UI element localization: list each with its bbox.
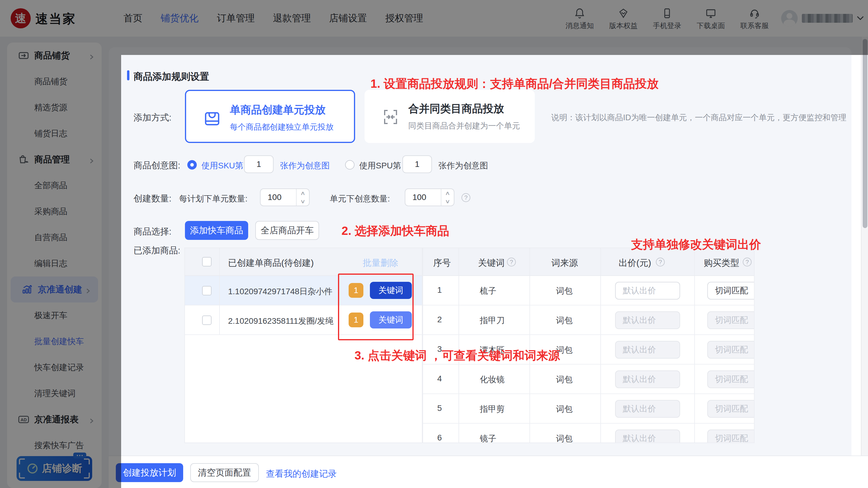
row-source: 词包 [556, 374, 572, 385]
unit-creative-value[interactable]: 100 [405, 189, 441, 206]
product-name: 1.10209742971748日杂小件 [228, 286, 332, 297]
scrollbar-thumb[interactable] [863, 39, 867, 228]
annotation-2: 2. 选择添加快车商品 [342, 223, 449, 239]
add-kc-button[interactable]: 添加快车商品 [185, 221, 248, 240]
annotation-highlight-rect [338, 274, 414, 340]
page-scrollbar[interactable] [861, 37, 868, 488]
row-keyword: 镜子 [480, 433, 496, 443]
card-merge-category[interactable]: 合并同类目商品投放 同类目商品合并创建为一个单元 [365, 90, 535, 143]
keyword-row-5: 6镜子词包默认出价切词匹配 [423, 424, 754, 443]
keyword-help-icon[interactable]: ? [507, 257, 516, 267]
unit-creative-label: 单元下创意数量: [330, 193, 390, 205]
bid-input[interactable]: 默认出价 [615, 341, 680, 359]
buy-type-select[interactable]: 切词匹配 [707, 400, 754, 418]
plan-unit-value[interactable]: 100 [260, 189, 296, 206]
row-num: 6 [437, 433, 442, 443]
buy-type-select[interactable]: 切词匹配 [707, 341, 754, 359]
spu-index-input[interactable]: 1 [402, 155, 432, 173]
guide-overlay-left [0, 55, 121, 488]
bid-help-icon[interactable]: ? [656, 257, 665, 267]
guide-overlay-top [0, 0, 868, 55]
keyword-row-4: 5指甲剪词包默认出价切词匹配 [423, 394, 754, 424]
row-keyword: 化妆镜 [480, 374, 505, 385]
stepper-arrows[interactable]: ∧∨ [296, 189, 309, 206]
card-single-product[interactable]: 单商品创建单元投放 每个商品都创建独立单元投放 [185, 90, 355, 143]
buy-type-select[interactable]: 切词匹配 [707, 370, 754, 388]
annotation-1: 1. 设置商品投放规则：支持单商品/合并同类目商品投放 [370, 75, 659, 92]
keyword-row-3: 4化妆镜词包默认出价切词匹配 [423, 365, 754, 394]
card-single-subtitle: 每个商品都创建独立单元投放 [230, 122, 334, 132]
row-source: 词包 [556, 433, 572, 443]
row-source: 词包 [556, 403, 572, 415]
bid-input[interactable]: 默认出价 [615, 282, 680, 300]
added-label: 已添加商品: [133, 245, 180, 257]
panel-title: 商品添加规则设置 [133, 70, 209, 83]
sku-index-input[interactable]: 1 [244, 155, 274, 173]
card-single-title: 单商品创建单元投放 [230, 103, 326, 117]
col-source: 词来源 [551, 257, 578, 269]
row-keyword: 指甲剪 [480, 403, 505, 415]
unit-creative-stepper[interactable]: 100 ∧∨ [405, 188, 454, 206]
view-records-link[interactable]: 查看我的创建记录 [266, 468, 337, 480]
sku-radio[interactable] [187, 160, 197, 170]
row-keyword: 指甲刀 [480, 315, 505, 326]
app-root: 速 速当家 首页铺货优化订单管理退款管理店铺设置授权管理 消息通知版本权益手机登… [0, 0, 868, 488]
creative-label: 商品创意图: [133, 159, 180, 172]
col-keyword: 关键词 [478, 257, 505, 269]
clear-config-button[interactable]: 清空页面配置 [190, 463, 259, 482]
annotation-3: 3. 点击关键词 ，可查看关键词和词来源 [354, 347, 560, 364]
sku-prefix: 使用SKU第 [202, 160, 243, 171]
added-products-header: 已创建单商品(待创建) 批量删除 [185, 248, 422, 276]
plan-unit-label: 每计划下单元数量: [179, 193, 248, 205]
keyword-row-1: 2指甲刀词包默认出价切词匹配 [423, 305, 754, 335]
plan-unit-stepper[interactable]: 100 ∧∨ [260, 188, 310, 206]
row-keyword: 梳子 [480, 285, 496, 297]
sku-suffix: 张作为创意图 [280, 160, 330, 171]
keywords-table: 序号 关键词 ? 词来源 出价(元) ? 购买类型 ? 1梳子词包默认出价切词匹… [423, 248, 754, 443]
col-num: 序号 [433, 257, 451, 269]
buy-type-help-icon[interactable]: ? [743, 257, 752, 267]
select-all-checkbox[interactable] [202, 257, 212, 267]
bid-input[interactable]: 默认出价 [615, 370, 680, 388]
row-source: 词包 [556, 285, 572, 297]
card-merge-title: 合并同类目商品投放 [408, 102, 504, 116]
buy-type-select[interactable]: 切词匹配 [707, 311, 754, 329]
bid-input[interactable]: 默认出价 [615, 400, 680, 418]
help-icon[interactable]: ? [462, 193, 470, 202]
card-merge-subtitle: 同类目商品合并创建为一个单元 [408, 121, 520, 131]
col-bid: 出价(元) [619, 257, 651, 269]
stepper-arrows[interactable]: ∧∨ [441, 189, 454, 206]
all-shop-button[interactable]: 全店商品开车 [255, 221, 319, 240]
buy-type-select[interactable]: 切词匹配 [707, 429, 754, 443]
bid-input[interactable]: 默认出价 [615, 429, 680, 443]
annotation-4: 支持单独修改关键词出价 [631, 236, 761, 252]
add-mode-label: 添加方式: [133, 112, 172, 124]
bag-icon [202, 108, 223, 129]
spu-suffix: 张作为创意图 [438, 160, 488, 171]
batch-delete-link[interactable]: 批量删除 [363, 257, 398, 269]
product-name: 2.10209162358111发圈/发绳 [228, 315, 334, 327]
row-checkbox[interactable] [202, 315, 212, 325]
added-products-col: 已创建单商品(待创建) [228, 257, 314, 269]
row-checkbox[interactable] [202, 286, 212, 296]
row-source: 词包 [556, 315, 572, 326]
bid-input[interactable]: 默认出价 [615, 311, 680, 329]
quantity-label: 创建数量: [133, 192, 172, 205]
col-buy-type: 购买类型 [704, 257, 739, 269]
keyword-row-0: 1梳子词包默认出价切词匹配 [423, 276, 754, 305]
select-label: 商品选择: [133, 226, 172, 238]
buy-type-select[interactable]: 切词匹配 [707, 282, 754, 300]
row-num: 1 [437, 285, 442, 295]
row-num: 2 [437, 315, 442, 324]
instruction-text: 说明：该计划以商品ID为唯一创建单元，一个商品对应一个单元，更方便监控和管理 [551, 112, 846, 123]
spu-radio[interactable] [345, 160, 354, 170]
row-num: 4 [437, 374, 442, 384]
row-num: 5 [437, 403, 442, 413]
spu-prefix: 使用SPU第 [359, 160, 401, 171]
merge-icon [380, 106, 401, 128]
create-plan-button[interactable]: 创建投放计划 [116, 463, 183, 482]
